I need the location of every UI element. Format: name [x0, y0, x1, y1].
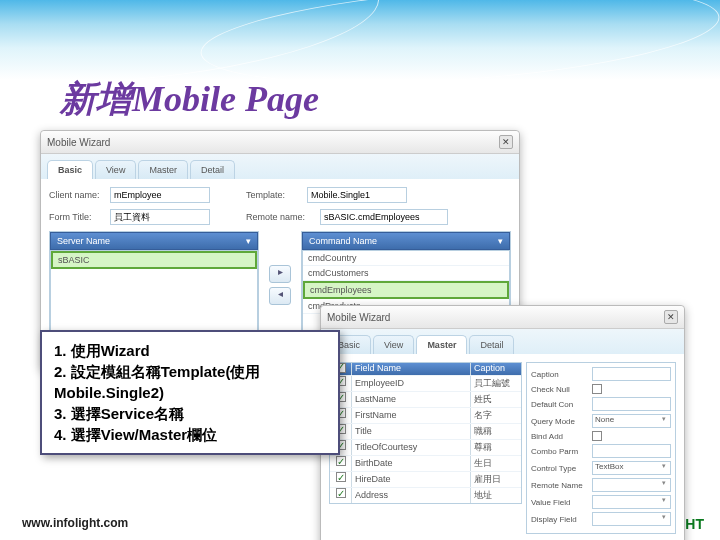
close-icon[interactable]: ✕ — [664, 310, 678, 324]
chevron-down-icon[interactable]: ▾ — [246, 236, 251, 246]
field-name-header: Field Name — [352, 363, 471, 375]
prop-displayfield-label: Display Field — [531, 515, 589, 524]
dialog1-title: Mobile Wizard — [47, 137, 110, 148]
prop-comboparm-input[interactable] — [592, 444, 671, 458]
prop-remotename-label: Remote Name — [531, 481, 589, 490]
command-name-header: Command Name — [309, 236, 377, 246]
field-cell[interactable]: HireDate — [352, 472, 471, 487]
prop-querymode-label: Query Mode — [531, 417, 589, 426]
field-cell[interactable]: TitleOfCourtesy — [352, 440, 471, 455]
prop-caption-input[interactable] — [592, 367, 671, 381]
field-cell[interactable]: EmployeeID — [352, 376, 471, 391]
client-name-input[interactable] — [110, 187, 210, 203]
template-label: Template: — [246, 190, 301, 200]
tab-view[interactable]: View — [373, 335, 414, 354]
dialog2-title: Mobile Wizard — [327, 312, 390, 323]
field-checkbox[interactable] — [336, 488, 346, 498]
caption-cell: 生日 — [471, 456, 521, 471]
form-title-label: Form Title: — [49, 212, 104, 222]
prop-bindadd-checkbox[interactable] — [592, 431, 602, 441]
prop-checknull-label: Check Null — [531, 385, 589, 394]
prop-displayfield-select[interactable] — [592, 512, 671, 526]
server-item-sbasic[interactable]: sBASIC — [51, 251, 257, 269]
prop-remotename-select[interactable] — [592, 478, 671, 492]
prop-querymode-select[interactable]: None — [592, 414, 671, 428]
remote-name-input[interactable] — [320, 209, 448, 225]
instruction-callout: 1. 使用Wizard 2. 設定模組名稱Template(使用Mobile.S… — [40, 330, 340, 455]
property-panel: Caption Check Null Default Con Query Mod… — [526, 362, 676, 534]
chevron-down-icon[interactable]: ▾ — [498, 236, 503, 246]
instruction-item: 2. 設定模組名稱Template(使用Mobile.Single2) — [54, 361, 326, 403]
instruction-item: 4. 選擇View/Master欄位 — [54, 424, 326, 445]
prop-valuefield-select[interactable] — [592, 495, 671, 509]
field-cell[interactable]: Title — [352, 424, 471, 439]
prop-valuefield-label: Value Field — [531, 498, 589, 507]
caption-cell: 職稱 — [471, 424, 521, 439]
caption-header: Caption — [471, 363, 521, 375]
prop-default-label: Default Con — [531, 400, 589, 409]
field-checkbox[interactable] — [336, 472, 346, 482]
wizard-master-dialog: Mobile Wizard ✕ Basic View Master Detail… — [320, 305, 685, 540]
instruction-item: 3. 選擇Service名稱 — [54, 403, 326, 424]
command-item-selected[interactable]: cmdEmployees — [303, 281, 509, 299]
tab-detail[interactable]: Detail — [469, 335, 514, 354]
arrow-left-button[interactable]: ◂ — [269, 287, 291, 305]
form-title-input[interactable] — [110, 209, 210, 225]
footer-url: www.infolight.com — [22, 516, 128, 530]
command-item[interactable]: cmdCustomers — [303, 266, 509, 281]
tab-basic[interactable]: Basic — [47, 160, 93, 179]
template-input[interactable] — [307, 187, 407, 203]
field-checkbox[interactable] — [336, 456, 346, 466]
prop-caption-label: Caption — [531, 370, 589, 379]
field-cell[interactable]: LastName — [352, 392, 471, 407]
field-cell[interactable]: Address — [352, 488, 471, 503]
prop-bindadd-label: Bind Add — [531, 432, 589, 441]
command-item[interactable]: cmdCountry — [303, 251, 509, 266]
tab-view[interactable]: View — [95, 160, 136, 179]
caption-cell: 名字 — [471, 408, 521, 423]
caption-cell: 尊稱 — [471, 440, 521, 455]
field-cell[interactable]: BirthDate — [352, 456, 471, 471]
remote-name-label: Remote name: — [246, 212, 314, 222]
server-name-header: Server Name — [57, 236, 110, 246]
caption-cell: 地址 — [471, 488, 521, 503]
caption-cell: 姓氏 — [471, 392, 521, 407]
field-cell[interactable]: FirstName — [352, 408, 471, 423]
prop-checknull-checkbox[interactable] — [592, 384, 602, 394]
slide-title: 新增Mobile Page — [60, 75, 319, 124]
tab-master[interactable]: Master — [416, 335, 467, 354]
close-icon[interactable]: ✕ — [499, 135, 513, 149]
prop-comboparm-label: Combo Parm — [531, 447, 589, 456]
prop-default-input[interactable] — [592, 397, 671, 411]
instruction-item: 1. 使用Wizard — [54, 340, 326, 361]
tab-master[interactable]: Master — [138, 160, 188, 179]
client-name-label: Client name: — [49, 190, 104, 200]
prop-controltype-label: Control Type — [531, 464, 589, 473]
prop-controltype-select[interactable]: TextBox — [592, 461, 671, 475]
arrow-right-button[interactable]: ▸ — [269, 265, 291, 283]
caption-cell: 雇用日 — [471, 472, 521, 487]
tab-detail[interactable]: Detail — [190, 160, 235, 179]
caption-cell: 員工編號 — [471, 376, 521, 391]
